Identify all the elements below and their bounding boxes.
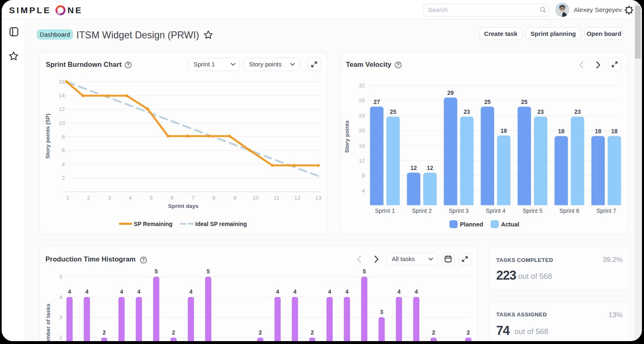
svg-text:4: 4 — [362, 188, 365, 194]
svg-text:5: 5 — [150, 195, 153, 201]
svg-text:16: 16 — [359, 143, 365, 149]
svg-text:12: 12 — [59, 106, 65, 112]
svg-text:12: 12 — [294, 195, 301, 201]
svg-text:16: 16 — [59, 79, 65, 85]
svg-text:4: 4 — [62, 161, 65, 167]
svg-text:2: 2 — [172, 329, 175, 336]
svg-text:27: 27 — [374, 99, 380, 105]
svg-text:25: 25 — [521, 99, 528, 105]
svg-text:12: 12 — [427, 165, 433, 171]
svg-text:14: 14 — [59, 92, 65, 99]
svg-text:10: 10 — [59, 120, 65, 126]
svg-text:Planned: Planned — [460, 221, 483, 228]
svg-text:4: 4 — [129, 195, 132, 201]
svg-text:4: 4 — [85, 288, 89, 295]
svg-text:4: 4 — [189, 288, 193, 295]
svg-text:2: 2 — [103, 329, 106, 336]
svg-text:Sprint 3: Sprint 3 — [449, 207, 469, 214]
svg-text:1: 1 — [66, 195, 69, 201]
svg-text:3: 3 — [380, 309, 384, 315]
svg-text:9: 9 — [233, 195, 237, 201]
svg-text:4: 4 — [415, 288, 418, 295]
svg-text:12: 12 — [359, 158, 365, 164]
svg-text:2: 2 — [467, 329, 470, 336]
svg-text:4: 4 — [398, 288, 401, 295]
svg-text:18: 18 — [595, 128, 601, 134]
svg-text:2: 2 — [62, 175, 65, 181]
svg-text:2: 2 — [259, 329, 262, 336]
svg-text:4: 4 — [294, 288, 297, 295]
svg-text:5: 5 — [207, 268, 210, 275]
svg-text:5: 5 — [155, 268, 158, 275]
svg-text:4: 4 — [120, 288, 123, 295]
svg-text:Sprint 1: Sprint 1 — [375, 207, 395, 214]
svg-text:3: 3 — [108, 195, 111, 201]
svg-text:20: 20 — [359, 127, 365, 134]
svg-text:18: 18 — [558, 128, 565, 134]
svg-text:6: 6 — [62, 147, 65, 153]
svg-text:2: 2 — [432, 329, 436, 336]
svg-text:23: 23 — [537, 108, 544, 115]
svg-text:8: 8 — [62, 134, 65, 140]
svg-text:Sprint 4: Sprint 4 — [485, 207, 505, 214]
svg-text:32: 32 — [359, 82, 365, 89]
svg-text:18: 18 — [611, 128, 618, 134]
svg-text:28: 28 — [359, 97, 365, 104]
svg-text:2: 2 — [311, 329, 314, 336]
svg-text:4: 4 — [137, 288, 141, 295]
svg-text:24: 24 — [359, 113, 365, 119]
svg-text:NE: NE — [68, 5, 83, 15]
svg-text:Actual: Actual — [501, 221, 519, 228]
svg-text:Sprint 7: Sprint 7 — [596, 207, 616, 214]
svg-text:25: 25 — [390, 108, 396, 115]
svg-text:12: 12 — [410, 165, 417, 171]
svg-text:25: 25 — [484, 99, 491, 105]
svg-text:4: 4 — [59, 294, 62, 300]
svg-text:SP Remaining: SP Remaining — [134, 221, 173, 227]
svg-text:Number of tasks: Number of tasks — [45, 304, 51, 341]
svg-text:SIMPLE: SIMPLE — [9, 5, 51, 15]
svg-text:5: 5 — [363, 268, 366, 275]
svg-text:29: 29 — [447, 90, 454, 96]
svg-text:Story points (SP): Story points (SP) — [45, 113, 51, 159]
svg-text:Sprint 2: Sprint 2 — [412, 207, 432, 214]
svg-text:13: 13 — [315, 195, 321, 201]
svg-text:Ideal SP remaining: Ideal SP remaining — [195, 221, 247, 227]
svg-text:Story points: Story points — [344, 120, 350, 153]
svg-text:4: 4 — [276, 288, 279, 295]
svg-text:8: 8 — [212, 195, 215, 201]
svg-text:6: 6 — [170, 195, 174, 201]
svg-text:23: 23 — [464, 108, 470, 115]
svg-text:10: 10 — [253, 195, 259, 201]
svg-text:Sprint days: Sprint days — [168, 203, 199, 209]
svg-text:2: 2 — [59, 335, 62, 341]
svg-text:Sprint 6: Sprint 6 — [559, 207, 579, 214]
svg-text:18: 18 — [500, 127, 507, 134]
svg-text:4: 4 — [68, 288, 71, 295]
svg-text:4: 4 — [346, 288, 349, 295]
svg-text:23: 23 — [574, 108, 581, 115]
svg-text:Sprint 5: Sprint 5 — [523, 207, 542, 214]
svg-text:5: 5 — [59, 273, 62, 280]
svg-text:7: 7 — [192, 195, 195, 201]
svg-text:4: 4 — [328, 288, 331, 295]
svg-text:11: 11 — [274, 195, 279, 201]
svg-text:3: 3 — [59, 314, 62, 320]
svg-text:2: 2 — [87, 195, 90, 201]
svg-text:8: 8 — [362, 172, 365, 179]
